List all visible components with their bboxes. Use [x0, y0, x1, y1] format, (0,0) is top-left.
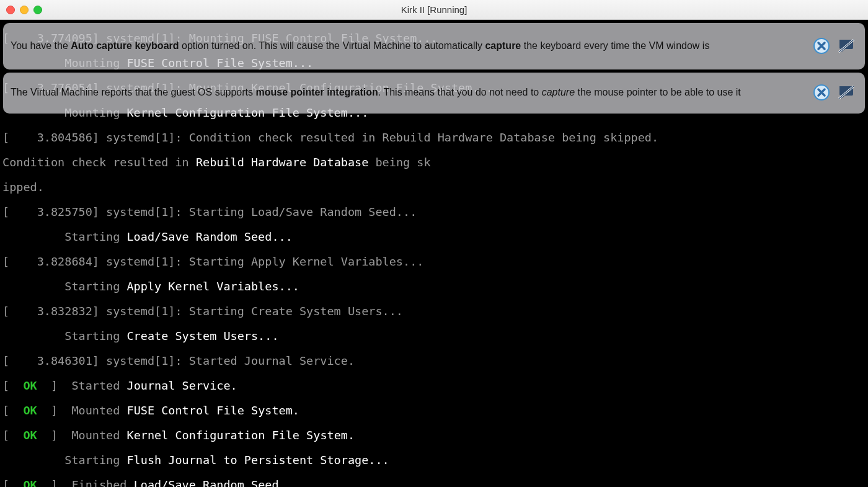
speech-bubble-slash-icon [838, 37, 855, 55]
notification-settings-button[interactable] [838, 37, 855, 55]
kmsg: [ 3.825750] systemd[1]: Starting Load/Sa… [2, 205, 417, 218]
kmsg: [ 3.832832] systemd[1]: Starting Create … [2, 305, 403, 318]
speech-bubble-slash-icon [838, 84, 855, 101]
close-icon [813, 84, 830, 101]
status-ok: OK [23, 478, 37, 487]
notification-mouse-integration: The Virtual Machine reports that the gue… [3, 73, 865, 114]
vm-display[interactable]: [ 3.774095] systemd[1]: Mounting FUSE Co… [0, 20, 868, 487]
notification-text: The Virtual Machine reports that the gue… [11, 85, 807, 99]
window-title: Kirk II [Running] [0, 4, 868, 15]
window-titlebar: Kirk II [Running] [0, 0, 868, 20]
notification-text: You have the Auto capture keyboard optio… [11, 38, 807, 53]
dismiss-notification-button[interactable] [813, 84, 830, 101]
close-icon [813, 37, 830, 55]
status-ok: OK [23, 404, 37, 417]
kmsg: [ 3.828684] systemd[1]: Starting Apply K… [2, 255, 423, 268]
kmsg: [ 3.804586] systemd[1]: Condition check … [2, 131, 658, 144]
notification-settings-button[interactable] [838, 84, 855, 101]
minimize-window-button[interactable] [20, 6, 29, 14]
status-ok: OK [23, 429, 37, 442]
close-window-button[interactable] [6, 6, 15, 14]
kmsg: [ 3.846301] systemd[1]: Started Journal … [2, 354, 355, 367]
dismiss-notification-button[interactable] [813, 37, 830, 55]
traffic-lights [6, 6, 42, 14]
status-ok: OK [23, 379, 37, 392]
zoom-window-button[interactable] [33, 6, 42, 14]
notification-auto-capture-keyboard: You have the Auto capture keyboard optio… [3, 23, 865, 69]
